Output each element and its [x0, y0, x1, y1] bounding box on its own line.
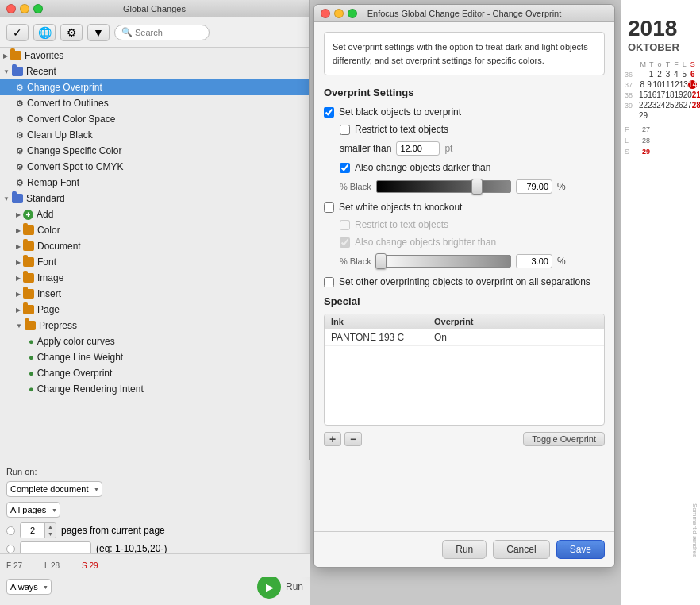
pages-count-input[interactable] — [21, 523, 44, 538]
black-slider-thumb[interactable] — [471, 179, 483, 195]
search-box[interactable]: 🔍 — [114, 25, 210, 40]
sidebar-item-remap-font[interactable]: ⚙ Remap Font — [0, 175, 309, 191]
white-percent-input[interactable] — [516, 254, 552, 268]
calendar-panel: 2018 OKTOBER M T o T F L S 36 1 2 3 4 5 … — [621, 0, 700, 605]
cal-day: 5 — [680, 70, 688, 79]
sidebar-item-apply-color-curves[interactable]: ● Apply color curves — [0, 333, 309, 349]
cal-day: 11 — [662, 80, 671, 89]
sidebar-item-convert-outlines[interactable]: ⚙ Convert to Outlines — [0, 95, 309, 111]
black-slider-track[interactable] — [376, 180, 511, 193]
table-row[interactable]: PANTONE 193 C On — [325, 329, 604, 346]
sidebar-item-change-overprint[interactable]: ⚙ Change Overprint — [0, 79, 309, 95]
pages-select[interactable]: All pages — [6, 502, 60, 518]
toggle-overprint-button[interactable]: Toggle Overprint — [523, 432, 605, 446]
spin-up-button[interactable]: ▲ — [44, 523, 56, 530]
pages-from-spinner[interactable]: ▲ ▼ — [20, 522, 56, 538]
also-darker-checkbox[interactable] — [340, 163, 350, 173]
always-select[interactable]: Always — [6, 579, 52, 595]
sidebar-item-standard[interactable]: ▼ Standard — [0, 191, 309, 206]
ink-column-header: Ink — [331, 317, 434, 326]
item-icon: ● — [29, 353, 34, 362]
sidebar-item-change-line-weight[interactable]: ● Change Line Weight — [0, 349, 309, 365]
add-button[interactable]: + — [324, 432, 341, 446]
pantone-ink-cell: PANTONE 193 C — [331, 332, 434, 343]
run-green-button[interactable] — [257, 575, 281, 599]
set-black-label: Set black objects to overprint — [339, 106, 461, 118]
pages-from-radio[interactable] — [6, 526, 15, 535]
sidebar-item-font[interactable]: ▶ Font — [0, 254, 309, 270]
pages-select-wrapper[interactable]: All pages — [6, 502, 60, 518]
cal-day: 20 — [683, 91, 692, 99]
restrict-text-white-row: Restrict to text objects — [340, 219, 605, 230]
editor-close-button[interactable] — [321, 9, 330, 18]
maximize-button[interactable] — [33, 4, 43, 13]
sidebar-item-change-rendering[interactable]: ● Change Rendering Intent — [0, 381, 309, 397]
editor-minimize-button[interactable] — [334, 9, 344, 18]
globe-button[interactable]: 🌐 — [33, 24, 56, 41]
sidebar-tree: ▶ Favorites ▼ Recent ⚙ Change Overprint … — [0, 48, 309, 429]
smaller-than-label: smaller than — [340, 143, 391, 154]
complete-doc-select-wrapper[interactable]: Complete document — [6, 481, 102, 497]
special-title: Special — [324, 295, 605, 307]
sidebar-item-image[interactable]: ▶ Image — [0, 270, 309, 286]
cancel-button[interactable]: Cancel — [493, 540, 549, 559]
pantone-overprint-cell: On — [434, 332, 598, 343]
sidebar-item-change-overprint-sub[interactable]: ● Change Overprint — [0, 365, 309, 381]
set-black-checkbox[interactable] — [324, 107, 334, 118]
cal-day-today: 14 — [688, 80, 697, 89]
sidebar-item-color[interactable]: ▶ Color — [0, 222, 309, 238]
check-button[interactable]: ✓ — [6, 24, 29, 41]
smaller-than-input[interactable] — [396, 141, 440, 156]
left-title-bar: Global Changes — [0, 0, 309, 17]
sidebar-item-add[interactable]: ▶ + Add — [0, 206, 309, 222]
run-label: Run — [286, 581, 303, 592]
editor-maximize-button[interactable] — [348, 9, 357, 18]
set-white-checkbox[interactable] — [324, 202, 334, 213]
editor-title-bar: Enfocus Global Change Editor - Change Ov… — [314, 5, 614, 22]
complete-doc-select[interactable]: Complete document — [6, 481, 102, 497]
day-label-su: S — [689, 60, 697, 68]
settings-button[interactable]: ⚙ — [60, 24, 83, 41]
white-slider-thumb[interactable] — [375, 253, 387, 269]
sidebar-item-page[interactable]: ▶ Page — [0, 302, 309, 318]
run-on-label: Run on: — [6, 467, 37, 476]
always-select-wrapper[interactable]: Always — [6, 579, 52, 595]
close-button[interactable] — [6, 4, 16, 13]
cal-day: 26 — [675, 101, 683, 110]
sidebar-item-insert[interactable]: ▶ Insert — [0, 286, 309, 302]
sidebar-item-document[interactable]: ▶ Document — [0, 238, 309, 254]
remove-button[interactable]: − — [344, 432, 362, 446]
sidebar-label: Add — [37, 209, 53, 220]
sidebar-item-prepress[interactable]: ▼ Prepress — [0, 318, 309, 333]
pages-range-radio[interactable] — [6, 545, 15, 553]
calendar-year: 2018 — [621, 0, 700, 41]
filter-icon: ▼ — [93, 26, 104, 39]
left-toolbar: ✓ 🌐 ⚙ ▼ 🔍 — [0, 17, 309, 48]
restrict-text-label: Restrict to text objects — [355, 124, 448, 135]
sidebar-item-change-specific[interactable]: ⚙ Change Specific Color — [0, 143, 309, 159]
expand-icon: ▶ — [16, 275, 21, 282]
white-percent-sign: % — [557, 256, 566, 267]
black-percent-input[interactable] — [516, 179, 552, 194]
cal-day: 18 — [665, 91, 674, 99]
sidebar-item-recent[interactable]: ▼ Recent — [0, 64, 309, 79]
restrict-text-white-checkbox[interactable] — [340, 220, 350, 230]
calendar-week-last: 29 — [621, 110, 700, 121]
cal-day: 4 — [672, 70, 680, 79]
sidebar-item-convert-spot[interactable]: ⚙ Convert Spot to CMYK — [0, 159, 309, 175]
also-brighter-checkbox[interactable] — [340, 237, 350, 248]
sidebar-item-favorites[interactable]: ▶ Favorites — [0, 48, 309, 64]
spin-down-button[interactable]: ▼ — [44, 530, 56, 538]
run-button[interactable]: Run — [442, 540, 487, 559]
item-icon: ⚙ — [16, 178, 24, 188]
set-other-checkbox[interactable] — [324, 277, 334, 287]
sidebar-item-cleanup-black[interactable]: ⚙ Clean Up Black — [0, 127, 309, 143]
search-input[interactable] — [135, 28, 206, 37]
sidebar-item-convert-color[interactable]: ⚙ Convert Color Space — [0, 111, 309, 127]
overprint-column-header: Overprint — [434, 317, 598, 326]
white-slider-track[interactable] — [376, 255, 511, 268]
save-button[interactable]: Save — [556, 540, 605, 559]
filter-button[interactable]: ▼ — [87, 24, 110, 41]
minimize-button[interactable] — [20, 4, 29, 13]
restrict-text-checkbox[interactable] — [340, 125, 350, 135]
